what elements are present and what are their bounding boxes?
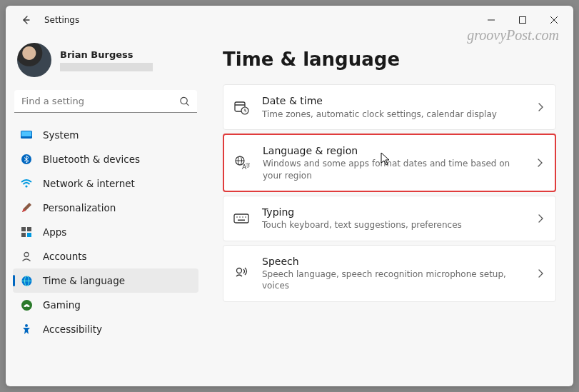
keyboard-icon — [233, 211, 249, 226]
settings-window: Settings groovyPost.com Brian Burgess — [6, 6, 573, 386]
card-subtitle: Windows and some apps format dates and t… — [263, 158, 529, 181]
date-time-icon — [233, 99, 249, 115]
apps-icon — [20, 226, 33, 238]
window-title: Settings — [44, 15, 79, 25]
sidebar-item-label: Gaming — [43, 299, 81, 311]
page-title: Time & language — [223, 49, 556, 70]
profile-name: Brian Burgess — [60, 49, 194, 61]
sidebar-item-label: Network & internet — [43, 178, 135, 189]
titlebar: Settings — [6, 6, 573, 34]
close-icon — [550, 16, 558, 24]
bluetooth-icon — [20, 153, 33, 166]
svg-point-3 — [181, 97, 187, 104]
back-button[interactable] — [16, 10, 36, 30]
accounts-icon — [20, 250, 33, 263]
svg-point-29 — [239, 216, 241, 218]
arrow-left-icon — [20, 14, 31, 26]
avatar — [17, 43, 51, 77]
card-subtitle: Time zones, automatic clock settings, ca… — [262, 109, 530, 120]
svg-rect-12 — [27, 233, 31, 237]
search-icon — [179, 96, 190, 107]
sidebar-item-network[interactable]: Network & internet — [13, 171, 198, 196]
svg-rect-6 — [21, 131, 31, 136]
svg-line-4 — [186, 104, 188, 106]
maximize-icon — [519, 16, 526, 24]
sidebar-item-personalization[interactable]: Personalization — [13, 196, 198, 220]
svg-point-18 — [25, 324, 28, 327]
sidebar-item-gaming[interactable]: Gaming — [13, 293, 198, 317]
svg-rect-27 — [234, 214, 248, 223]
sidebar-item-time-language[interactable]: Time & language — [13, 268, 198, 293]
sidebar-item-bluetooth[interactable]: Bluetooth & devices — [13, 147, 198, 171]
search-input[interactable] — [14, 90, 197, 113]
chevron-right-icon — [537, 102, 544, 112]
svg-text:字: 字 — [246, 163, 250, 169]
profile-email-redacted — [60, 63, 153, 71]
minimize-button[interactable] — [476, 10, 506, 30]
sidebar-item-label: Bluetooth & devices — [43, 154, 140, 165]
sidebar-item-label: System — [43, 129, 79, 141]
main: Time & language Date & time Time zones, … — [206, 34, 573, 386]
card-language-region[interactable]: A字 Language & region Windows and some ap… — [223, 134, 556, 192]
time-language-icon — [20, 274, 33, 287]
svg-rect-32 — [238, 219, 245, 221]
sidebar-item-system[interactable]: System — [13, 123, 198, 147]
svg-rect-10 — [27, 227, 31, 231]
profile-info: Brian Burgess — [60, 49, 194, 71]
sidebar: Brian Burgess System Bluetooth & devices — [6, 34, 206, 386]
card-body: Typing Touch keyboard, text suggestions,… — [262, 206, 530, 231]
svg-point-33 — [237, 268, 242, 273]
sidebar-item-apps[interactable]: Apps — [13, 220, 198, 244]
gaming-icon — [20, 298, 33, 311]
card-body: Date & time Time zones, automatic clock … — [262, 94, 530, 120]
accessibility-icon — [20, 323, 33, 336]
svg-point-28 — [236, 216, 238, 218]
system-icon — [20, 129, 33, 141]
search-container — [14, 90, 197, 113]
svg-point-30 — [242, 216, 243, 218]
card-title: Language & region — [263, 144, 529, 159]
card-subtitle: Touch keyboard, text suggestions, prefer… — [262, 219, 530, 231]
sidebar-item-label: Time & language — [43, 275, 125, 286]
maximize-button[interactable] — [508, 10, 538, 30]
sidebar-item-label: Apps — [43, 226, 66, 238]
sidebar-item-accounts[interactable]: Accounts — [13, 244, 198, 268]
chevron-right-icon — [537, 268, 544, 278]
close-button[interactable] — [539, 10, 569, 30]
card-title: Typing — [262, 206, 530, 220]
card-body: Language & region Windows and some apps … — [263, 144, 529, 181]
card-title: Speech — [262, 255, 530, 269]
svg-point-13 — [24, 253, 29, 257]
sidebar-item-accessibility[interactable]: Accessibility — [13, 317, 198, 341]
speech-icon — [233, 266, 249, 281]
paintbrush-icon — [20, 201, 33, 214]
card-title: Date & time — [262, 94, 530, 109]
card-body: Speech Speech language, speech recogniti… — [262, 255, 530, 292]
nav: System Bluetooth & devices Network & int… — [13, 123, 198, 341]
svg-rect-9 — [21, 227, 26, 231]
card-typing[interactable]: Typing Touch keyboard, text suggestions,… — [223, 196, 556, 241]
svg-rect-2 — [520, 17, 526, 24]
svg-point-31 — [245, 216, 246, 218]
card-speech[interactable]: Speech Speech language, speech recogniti… — [223, 245, 556, 302]
card-subtitle: Speech language, speech recognition micr… — [262, 268, 530, 291]
wifi-icon — [20, 177, 33, 190]
chevron-right-icon — [536, 158, 543, 168]
sidebar-item-label: Accounts — [43, 251, 87, 262]
chevron-right-icon — [537, 213, 544, 223]
language-region-icon: A字 — [234, 155, 250, 171]
svg-point-8 — [25, 185, 27, 187]
window-controls — [476, 10, 569, 30]
card-list: Date & time Time zones, automatic clock … — [223, 84, 556, 302]
content: Brian Burgess System Bluetooth & devices — [6, 34, 573, 386]
svg-rect-11 — [21, 233, 26, 237]
minimize-icon — [488, 16, 495, 24]
profile[interactable]: Brian Burgess — [13, 37, 198, 87]
sidebar-item-label: Personalization — [43, 202, 116, 213]
sidebar-item-label: Accessibility — [43, 323, 102, 335]
card-date-time[interactable]: Date & time Time zones, automatic clock … — [223, 84, 556, 130]
